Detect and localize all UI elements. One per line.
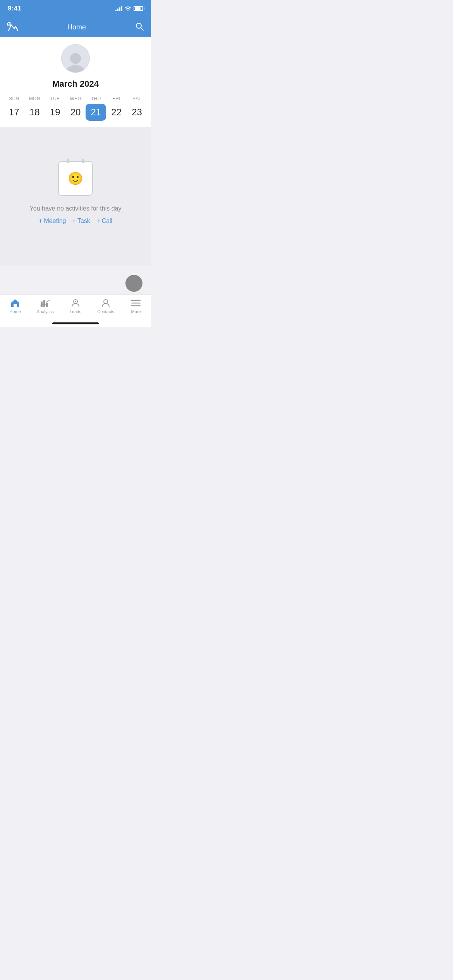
avatar[interactable] — [61, 44, 90, 73]
fab-button[interactable] — [125, 275, 142, 292]
more-icon — [131, 298, 141, 308]
avatar-section — [0, 37, 151, 77]
calendar-day-20[interactable]: 20 — [65, 104, 86, 121]
tab-analytics[interactable]: Analytics — [30, 298, 60, 314]
analytics-icon — [40, 298, 50, 308]
add-call-button[interactable]: + Call — [96, 218, 112, 224]
day-header-thu: THU — [86, 94, 106, 104]
status-icons — [115, 6, 143, 11]
app-logo[interactable] — [7, 22, 19, 32]
tab-leads-label: Leads — [70, 309, 81, 314]
search-icon[interactable] — [135, 22, 144, 33]
battery-icon — [134, 6, 143, 11]
tab-home[interactable]: Home — [0, 298, 30, 314]
day-header-mon: MON — [24, 94, 45, 104]
tab-contacts[interactable]: Contacts — [91, 298, 121, 314]
add-meeting-button[interactable]: + Meeting — [39, 218, 66, 224]
status-bar: 9:41 — [0, 0, 151, 17]
calendar-week-row: 17 18 19 20 21 22 23 — [0, 104, 151, 127]
nav-bar: Home — [0, 17, 151, 37]
day-header-fri: FRI — [106, 94, 127, 104]
tab-home-label: Home — [9, 309, 21, 314]
svg-point-10 — [104, 300, 108, 303]
add-task-button[interactable]: + Task — [72, 218, 90, 224]
tab-more[interactable]: More — [121, 298, 151, 314]
calendar-day-22[interactable]: 22 — [106, 104, 127, 121]
empty-state: 🙂 You have no activities for this day + … — [0, 127, 151, 266]
empty-state-actions: + Meeting + Task + Call — [39, 218, 112, 224]
calendar-day-19[interactable]: 19 — [45, 104, 65, 121]
contacts-icon — [101, 298, 111, 308]
empty-state-icon: 🙂 — [58, 161, 93, 196]
svg-line-4 — [141, 28, 143, 31]
svg-rect-6 — [43, 300, 45, 307]
tab-leads[interactable]: Leads — [60, 298, 91, 314]
calendar-day-headers: SUN MON TUE WED THU FRI SAT — [0, 94, 151, 104]
tab-analytics-label: Analytics — [37, 309, 54, 314]
wifi-icon — [125, 6, 131, 11]
home-indicator — [52, 322, 99, 324]
tab-contacts-label: Contacts — [97, 309, 114, 314]
day-header-tue: TUE — [45, 94, 65, 104]
tab-bar: Home Analytics Leads — [0, 295, 151, 327]
day-header-sun: SUN — [4, 94, 24, 104]
signal-icon — [115, 6, 122, 11]
calendar-day-18[interactable]: 18 — [24, 104, 45, 121]
calendar-day-17[interactable]: 17 — [4, 104, 24, 121]
page-title: Home — [67, 23, 86, 31]
calendar-day-23[interactable]: 23 — [127, 104, 147, 121]
svg-point-9 — [75, 301, 76, 302]
smiley-face: 🙂 — [68, 172, 83, 185]
day-header-sat: SAT — [127, 94, 147, 104]
leads-icon — [70, 298, 81, 308]
home-icon — [10, 298, 20, 308]
day-header-wed: WED — [65, 94, 86, 104]
tab-more-label: More — [131, 309, 141, 314]
empty-state-message: You have no activities for this day — [30, 205, 122, 212]
calendar-month-year: March 2024 — [0, 77, 151, 94]
calendar-day-21-selected[interactable]: 21 — [86, 104, 106, 121]
status-time: 9:41 — [8, 5, 22, 12]
